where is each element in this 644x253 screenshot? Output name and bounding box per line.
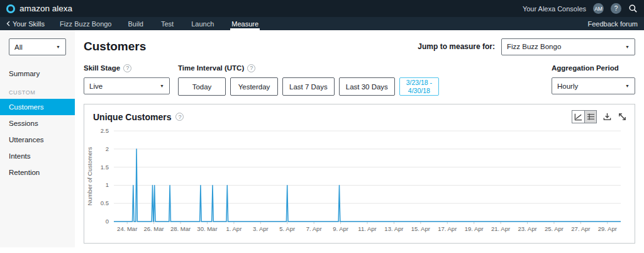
tab-test[interactable]: Test bbox=[160, 17, 175, 30]
svg-text:27. Apr: 27. Apr bbox=[571, 225, 590, 232]
avatar[interactable]: AM bbox=[593, 3, 604, 14]
download-button[interactable] bbox=[602, 112, 612, 121]
main-content: Customers Jump to measure for: Fizz Buzz… bbox=[75, 30, 644, 253]
svg-text:15. Apr: 15. Apr bbox=[411, 225, 430, 232]
table-view-toggle[interactable] bbox=[584, 111, 596, 123]
svg-text:25. Apr: 25. Apr bbox=[545, 225, 564, 232]
svg-text:2.5: 2.5 bbox=[101, 127, 109, 134]
logo-text: amazon alexa bbox=[19, 4, 72, 13]
sidebar-section-custom: CUSTOM bbox=[0, 82, 75, 99]
svg-text:1.5: 1.5 bbox=[101, 164, 109, 171]
skill-nav-bar: Your Skills Fizz Buzz Bongo Build Test L… bbox=[0, 17, 644, 30]
download-icon bbox=[602, 112, 612, 121]
sidebar-item-retention[interactable]: Retention bbox=[0, 164, 75, 181]
your-alexa-consoles-link[interactable]: Your Alexa Consoles bbox=[523, 5, 586, 13]
jump-to-measure-select[interactable]: Fizz Buzz Bongo ▼ bbox=[501, 38, 635, 55]
tab-measure[interactable]: Measure bbox=[230, 17, 260, 30]
tab-launch[interactable]: Launch bbox=[190, 17, 215, 30]
sidebar-item-summary[interactable]: Summary bbox=[0, 65, 75, 82]
last-30-days-button[interactable]: Last 30 Days bbox=[339, 77, 395, 96]
tab-build[interactable]: Build bbox=[127, 17, 145, 30]
today-button[interactable]: Today bbox=[178, 77, 226, 96]
svg-text:26. Mar: 26. Mar bbox=[144, 225, 164, 232]
svg-text:7. Apr: 7. Apr bbox=[306, 225, 322, 232]
svg-text:Number of Customers: Number of Customers bbox=[86, 147, 93, 205]
expand-button[interactable] bbox=[618, 112, 627, 121]
table-icon bbox=[587, 113, 595, 121]
skill-name: Fizz Buzz Bongo bbox=[60, 20, 112, 28]
metric-filter-select[interactable]: All ▼ bbox=[9, 38, 66, 55]
skill-stage-select[interactable]: Live ▼ bbox=[84, 77, 170, 94]
back-to-your-skills-link[interactable]: Your Skills bbox=[6, 20, 45, 28]
svg-text:5. Apr: 5. Apr bbox=[279, 225, 295, 232]
aggregation-period-select[interactable]: Hourly ▼ bbox=[552, 77, 635, 94]
svg-text:21. Apr: 21. Apr bbox=[491, 225, 510, 232]
svg-text:9. Apr: 9. Apr bbox=[333, 225, 348, 232]
unique-customers-panel: Unique Customers ? bbox=[84, 104, 635, 244]
aggregation-period-label: Aggregation Period bbox=[552, 64, 619, 72]
svg-text:17. Apr: 17. Apr bbox=[438, 225, 457, 232]
svg-text:24. Mar: 24. Mar bbox=[117, 225, 137, 232]
svg-text:2: 2 bbox=[106, 145, 109, 152]
svg-text:29. Apr: 29. Apr bbox=[598, 225, 617, 232]
date-range-button[interactable]: 3/23/18 - 4/30/18 bbox=[399, 77, 439, 96]
skill-stage-label: Skill Stage bbox=[84, 64, 120, 72]
feedback-forum-link[interactable]: Feedback forum bbox=[588, 20, 638, 28]
chevron-down-icon: ▼ bbox=[625, 84, 630, 88]
metrics-sidebar: All ▼ Summary CUSTOM Customers Sessions … bbox=[0, 30, 75, 247]
page-title: Customers bbox=[84, 40, 146, 53]
svg-text:30. Mar: 30. Mar bbox=[197, 225, 217, 232]
search-icon[interactable] bbox=[628, 4, 638, 13]
last-7-days-button[interactable]: Last 7 Days bbox=[282, 77, 335, 96]
sidebar-item-customers[interactable]: Customers bbox=[0, 99, 75, 115]
svg-text:13. Apr: 13. Apr bbox=[384, 225, 403, 232]
chevron-left-icon bbox=[6, 21, 10, 26]
unique-customers-chart[interactable]: 00.511.522.524. Mar26. Mar28. Mar30. Mar… bbox=[84, 125, 635, 242]
skill-stage-help-icon[interactable]: ? bbox=[123, 64, 131, 72]
chevron-down-icon: ▼ bbox=[625, 45, 630, 49]
top-bar: amazon alexa Your Alexa Consoles AM ? bbox=[0, 0, 644, 17]
help-icon[interactable]: ? bbox=[611, 3, 621, 14]
svg-text:23. Apr: 23. Apr bbox=[518, 225, 536, 232]
unique-customers-help-icon[interactable]: ? bbox=[175, 113, 184, 121]
chevron-down-icon: ▼ bbox=[160, 84, 164, 88]
unique-customers-title: Unique Customers bbox=[93, 112, 171, 122]
svg-text:28. Mar: 28. Mar bbox=[170, 225, 191, 232]
sidebar-item-sessions[interactable]: Sessions bbox=[0, 115, 75, 132]
svg-text:0.5: 0.5 bbox=[101, 200, 109, 206]
yesterday-button[interactable]: Yesterday bbox=[230, 77, 278, 96]
jump-to-measure-label: Jump to measure for: bbox=[418, 42, 495, 51]
alexa-ring-icon bbox=[6, 4, 15, 13]
sidebar-item-utterances[interactable]: Utterances bbox=[0, 132, 75, 148]
amazon-alexa-logo[interactable]: amazon alexa bbox=[6, 4, 72, 13]
svg-text:1. Apr: 1. Apr bbox=[226, 225, 242, 232]
svg-text:11. Apr: 11. Apr bbox=[358, 225, 376, 232]
time-interval-label: Time Interval (UTC) bbox=[178, 64, 244, 72]
expand-icon bbox=[618, 112, 627, 121]
svg-text:1: 1 bbox=[106, 181, 109, 188]
time-interval-help-icon[interactable]: ? bbox=[247, 64, 255, 72]
svg-text:0: 0 bbox=[106, 218, 109, 225]
line-chart-icon bbox=[574, 113, 582, 121]
chevron-down-icon: ▼ bbox=[56, 45, 60, 49]
svg-text:3. Apr: 3. Apr bbox=[253, 225, 269, 232]
svg-text:19. Apr: 19. Apr bbox=[465, 225, 484, 232]
sidebar-item-intents[interactable]: Intents bbox=[0, 148, 75, 164]
chart-view-toggle[interactable] bbox=[572, 111, 584, 123]
